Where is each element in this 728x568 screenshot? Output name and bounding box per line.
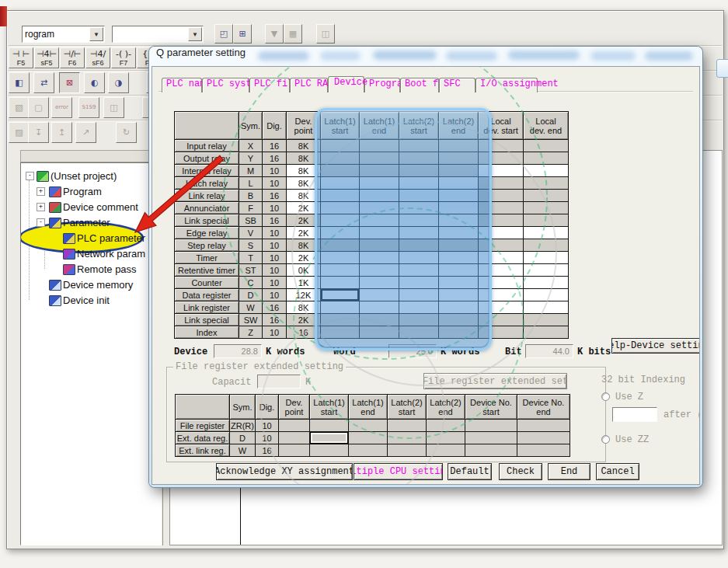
dev-point-cell[interactable]: 8K (287, 140, 321, 152)
latch-cell[interactable] (399, 227, 439, 239)
fr-cell[interactable] (465, 444, 517, 457)
latch-cell[interactable] (439, 289, 479, 301)
fr-cell[interactable] (279, 444, 310, 457)
ultiple-cpu-setting-button[interactable]: ultiple CPU setting (354, 463, 443, 480)
fr-cell[interactable] (427, 420, 465, 432)
monitor-mode-icon[interactable]: ◐ (84, 72, 105, 93)
latch-cell[interactable] (399, 277, 439, 289)
latch-cell[interactable] (360, 252, 399, 264)
latch-cell[interactable] (399, 165, 439, 177)
tab-sfc[interactable]: SFC (439, 78, 475, 92)
tree-expander-icon[interactable]: + (37, 203, 45, 211)
tree-expander-icon[interactable]: - (26, 172, 34, 180)
tree-item-project[interactable]: -(Unset project) (21, 168, 161, 183)
tab-device[interactable]: Device (328, 76, 364, 92)
latch-cell[interactable] (360, 190, 399, 202)
close-contact-icon[interactable]: ⊣/⊢F6 (60, 47, 85, 68)
clipped-edge-button[interactable] (716, 59, 728, 78)
project-tree[interactable]: -(Unset project)+Program+Device comment-… (20, 162, 162, 545)
local-dev-cell[interactable] (524, 326, 569, 339)
local-dev-cell[interactable] (479, 202, 524, 214)
fr-cell[interactable] (388, 444, 427, 457)
latch-cell[interactable] (399, 301, 439, 314)
latch-cell[interactable] (439, 140, 479, 152)
latch-cell[interactable] (360, 227, 399, 239)
latch-cell[interactable] (399, 314, 439, 326)
fr-cell[interactable] (388, 420, 427, 432)
latch-cell[interactable] (439, 227, 479, 239)
latch-cell[interactable] (360, 301, 399, 314)
read-mode-icon[interactable]: ⇄ (33, 72, 54, 93)
statement-display-icon[interactable]: ▢ (28, 97, 49, 118)
tree-item-device-memory[interactable]: Device memory (21, 277, 161, 292)
fr-cell[interactable] (310, 444, 349, 457)
local-dev-cell[interactable] (479, 177, 524, 190)
tree-item-parameter[interactable]: -Parameter (21, 214, 161, 230)
capacity-input[interactable] (257, 375, 301, 389)
latch-cell[interactable] (399, 289, 439, 301)
fr-cell[interactable] (388, 432, 427, 444)
file-register-extended-button[interactable]: File register extended set (423, 373, 567, 389)
latch-cell[interactable] (360, 314, 399, 326)
acknowledge-xy-assignment-button[interactable]: Acknowledge XY assignment (216, 463, 353, 480)
dev-point-cell[interactable]: 2K (287, 227, 321, 239)
fr-cell[interactable] (465, 420, 517, 432)
latch-cell[interactable] (360, 214, 399, 227)
latch-cell[interactable] (321, 152, 360, 165)
fr-cell[interactable] (349, 420, 388, 432)
dev-point-cell[interactable]: 2K (287, 214, 321, 227)
z-count-input[interactable] (612, 407, 657, 422)
latch-cell[interactable] (399, 190, 439, 202)
latch-cell[interactable] (321, 202, 360, 214)
latch-cell[interactable] (399, 140, 439, 152)
tree-item-device-init[interactable]: Device init (21, 292, 161, 308)
latch-cell[interactable] (439, 202, 479, 214)
secondary-combo[interactable]: ▼ (112, 26, 204, 43)
step-run-icon[interactable]: S1S9 (78, 97, 99, 118)
jump-icon[interactable]: ↗ (75, 122, 96, 143)
combo-dropdown-icon[interactable]: ▼ (89, 27, 103, 41)
latch-cell[interactable] (321, 190, 360, 202)
file-register-table[interactable]: Sym.Dig.Dev.pointLatch(1)startLatch(1)en… (175, 394, 570, 457)
latch-cell[interactable] (439, 190, 479, 202)
latch-cell[interactable] (360, 326, 399, 339)
latch-cell[interactable] (321, 301, 360, 314)
local-dev-cell[interactable] (479, 190, 524, 202)
cancel-button[interactable]: Cancel (596, 463, 639, 480)
fr-cell[interactable] (465, 432, 517, 444)
tree-item-program[interactable]: +Program (21, 183, 161, 199)
latch-cell[interactable] (321, 177, 360, 190)
fr-cell[interactable] (310, 420, 349, 432)
fr-cell[interactable] (427, 432, 465, 444)
tree-item-remote-pass[interactable]: Remote pass (21, 261, 161, 277)
local-dev-cell[interactable] (479, 289, 524, 301)
local-dev-cell[interactable] (524, 289, 569, 301)
upload-icon[interactable]: ↥ (51, 122, 72, 143)
tab-plc-name[interactable]: PLC name (162, 78, 202, 92)
find-icon[interactable]: ▨ (9, 122, 30, 143)
local-dev-cell[interactable] (524, 227, 569, 239)
local-dev-cell[interactable] (524, 165, 569, 177)
local-dev-cell[interactable] (479, 277, 524, 289)
use-zz-radio[interactable] (601, 435, 610, 444)
local-dev-cell[interactable] (524, 277, 569, 289)
latch-cell[interactable] (439, 252, 479, 264)
latch-cell[interactable] (399, 177, 439, 190)
fr-cell[interactable] (517, 432, 570, 444)
local-dev-cell[interactable] (479, 214, 524, 227)
fr-cell[interactable] (279, 432, 310, 444)
dev-point-cell[interactable]: 2K (287, 314, 321, 326)
local-dev-cell[interactable] (524, 301, 569, 314)
latch-cell[interactable] (360, 177, 399, 190)
dev-point-cell[interactable]: 8K (287, 190, 321, 202)
latch-cell[interactable] (321, 314, 360, 326)
latch-cell[interactable] (360, 277, 399, 289)
latch-cell[interactable] (321, 326, 360, 339)
local-dev-cell[interactable] (524, 314, 569, 326)
latch-cell[interactable] (360, 202, 399, 214)
dev-point-cell[interactable]: 12K (287, 289, 321, 301)
latch-cell[interactable] (360, 140, 399, 152)
local-dev-cell[interactable] (524, 202, 569, 214)
latch-cell[interactable] (321, 277, 360, 289)
tab-plc-file[interactable]: PLC file (249, 78, 290, 92)
